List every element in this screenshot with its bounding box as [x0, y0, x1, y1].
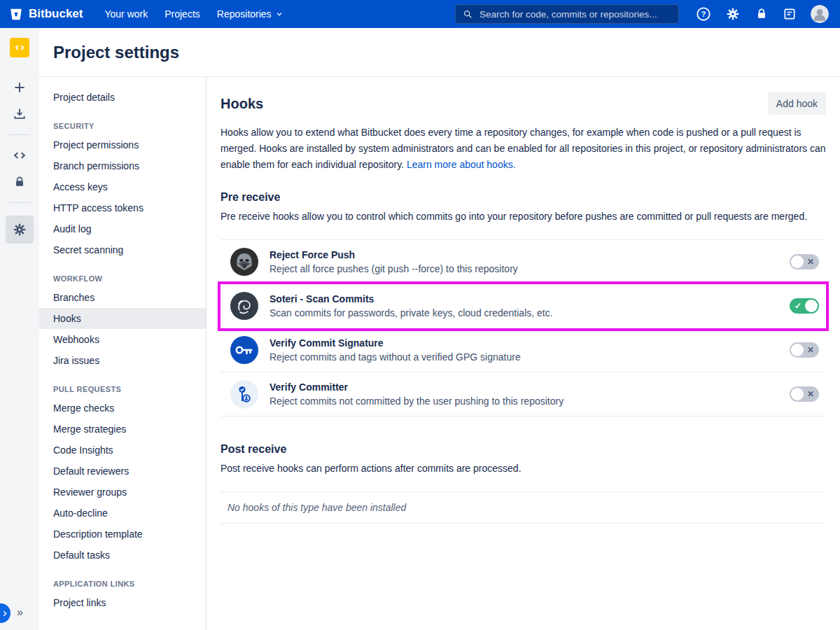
feedback-icon [783, 7, 797, 21]
hooks-intro-text: Hooks allow you to extend what Bitbucket… [220, 127, 826, 170]
search-input[interactable] [478, 8, 671, 20]
sidebar-section-workflow: WORKFLOW [39, 260, 206, 287]
settings-sidebar-list: Project detailsSECURITYProject permissio… [39, 87, 206, 613]
sidebar-item-project-permissions[interactable]: Project permissions [39, 134, 206, 155]
top-navbar: Bitbucket Your workProjectsRepositories … [0, 0, 840, 28]
hooks-intro: Hooks allow you to extend what Bitbucket… [220, 125, 826, 173]
cross-icon: ✕ [807, 342, 814, 358]
nav-item-label: Your work [104, 8, 148, 20]
settings-button[interactable] [725, 6, 741, 22]
brand-text: Bitbucket [29, 7, 83, 21]
feedback-button[interactable] [783, 7, 797, 21]
left-rail: » [0, 28, 39, 630]
user-avatar-icon [811, 5, 829, 23]
rail-expand-area: » [0, 603, 39, 623]
hooks-content: Hooks Add hook Hooks allow you to extend… [206, 77, 840, 630]
download-icon [13, 107, 27, 121]
avatar[interactable] [811, 5, 829, 23]
code-icon [12, 148, 27, 163]
double-chevron-icon[interactable]: » [17, 606, 23, 619]
sidebar-item-webhooks[interactable]: Webhooks [39, 329, 206, 350]
post-receive-heading: Post receive [220, 443, 826, 456]
nav-item-projects[interactable]: Projects [157, 4, 208, 24]
hook-text: Verify CommitterReject commits not commi… [270, 382, 564, 407]
toggle-knob [791, 344, 804, 356]
hook-toggle-reject-force-push[interactable]: ✕ [790, 254, 819, 270]
hook-toggle-verify-committer[interactable]: ✕ [790, 386, 819, 402]
sidebar-item-code-insights[interactable]: Code Insights [39, 440, 206, 461]
hook-list: Reject Force PushReject all force pushes… [220, 239, 826, 416]
sidebar-item-description-template[interactable]: Description template [39, 524, 206, 545]
sidebar-item-project-details[interactable]: Project details [39, 87, 206, 108]
project-settings-rail-button[interactable] [6, 216, 34, 244]
lock-icon [13, 175, 27, 189]
sidebar-item-access-keys[interactable]: Access keys [39, 176, 206, 197]
project-avatar[interactable] [10, 38, 29, 57]
toggle-knob [791, 255, 804, 268]
post-receive-description: Post receive hooks can perform actions a… [220, 461, 826, 476]
create-button[interactable] [6, 76, 34, 99]
hook-text: Verify Commit SignatureReject commits an… [270, 337, 521, 363]
add-hook-button[interactable]: Add hook [768, 92, 826, 115]
sidebar-section-application-links: APPLICATION LINKS [39, 566, 206, 592]
sidebar-item-branch-permissions[interactable]: Branch permissions [39, 155, 206, 176]
search-box[interactable] [455, 4, 679, 24]
help-icon: ? [696, 6, 711, 22]
soteri-icon [230, 292, 258, 320]
nav-item-label: Repositories [217, 8, 272, 20]
hook-title: Reject Force Push [270, 249, 518, 260]
svg-text:?: ? [701, 10, 706, 18]
hook-title: Verify Committer [270, 382, 564, 393]
hook-title: Soteri - Scan Commits [270, 293, 553, 304]
hook-row-soteri-scan-commits: Soteri - Scan CommitsScan commits for pa… [220, 284, 826, 328]
sidebar-item-jira-issues[interactable]: Jira issues [39, 350, 206, 371]
sidebar-item-http-access-tokens[interactable]: HTTP access tokens [39, 197, 206, 218]
nav-item-repositories[interactable]: Repositories [209, 4, 291, 24]
download-button[interactable] [6, 102, 34, 126]
hook-toggle-verify-commit-signature[interactable]: ✕ [790, 342, 819, 358]
sidebar-item-project-links[interactable]: Project links [39, 592, 206, 613]
sidebar-item-hooks[interactable]: Hooks [39, 308, 206, 329]
learn-more-link[interactable]: Learn more about hooks. [407, 159, 516, 170]
hook-description: Scan commits for passwords, private keys… [270, 307, 553, 318]
hook-row-verify-committer: Verify CommitterReject commits not commi… [220, 372, 826, 416]
vader-icon [230, 248, 258, 276]
help-button[interactable]: ? [696, 6, 711, 22]
security-button[interactable] [755, 7, 769, 21]
rail-divider [9, 134, 30, 135]
sidebar-item-default-reviewers[interactable]: Default reviewers [39, 461, 206, 482]
hook-description: Reject all force pushes (git push --forc… [270, 263, 518, 274]
sidebar-item-auto-decline[interactable]: Auto-decline [39, 503, 206, 524]
toggle-knob [805, 300, 818, 312]
hook-row-verify-commit-signature: Verify Commit SignatureReject commits an… [220, 328, 826, 372]
gear-icon [12, 222, 27, 237]
nav-item-label: Projects [164, 8, 200, 20]
top-nav: Your workProjectsRepositories [97, 4, 290, 24]
empty-hooks-message: No hooks of this type have been installe… [220, 491, 826, 524]
lock-icon [755, 7, 769, 21]
hook-row-reject-force-push: Reject Force PushReject all force pushes… [220, 240, 826, 284]
hook-text: Reject Force PushReject all force pushes… [270, 249, 518, 274]
expand-sidebar-button[interactable] [0, 603, 10, 623]
hook-text: Soteri - Scan CommitsScan commits for pa… [270, 293, 553, 318]
sidebar-section-security: SECURITY [39, 108, 206, 134]
nav-item-your-work[interactable]: Your work [97, 4, 155, 24]
check-icon: ✓ [794, 298, 802, 314]
bitbucket-logo-icon [8, 6, 24, 22]
security-rail-button[interactable] [6, 170, 34, 194]
plus-icon [13, 80, 27, 94]
hook-title: Verify Commit Signature [270, 337, 521, 349]
sidebar-item-branches[interactable]: Branches [39, 287, 206, 308]
sidebar-item-merge-strategies[interactable]: Merge strategies [39, 419, 206, 440]
page-header: Project settings [39, 28, 840, 77]
toggle-knob [791, 388, 804, 400]
sidebar-item-default-tasks[interactable]: Default tasks [39, 545, 206, 566]
sidebar-item-merge-checks[interactable]: Merge checks [39, 398, 206, 419]
rail-divider [9, 202, 30, 203]
sidebar-item-audit-log[interactable]: Audit log [39, 218, 206, 239]
hook-toggle-soteri-scan-commits[interactable]: ✓ [790, 298, 819, 314]
bitbucket-logo[interactable]: Bitbucket [8, 6, 83, 22]
sidebar-item-reviewer-groups[interactable]: Reviewer groups [39, 482, 206, 503]
sidebar-item-secret-scanning[interactable]: Secret scanning [39, 239, 206, 260]
code-search-button[interactable] [6, 144, 34, 167]
